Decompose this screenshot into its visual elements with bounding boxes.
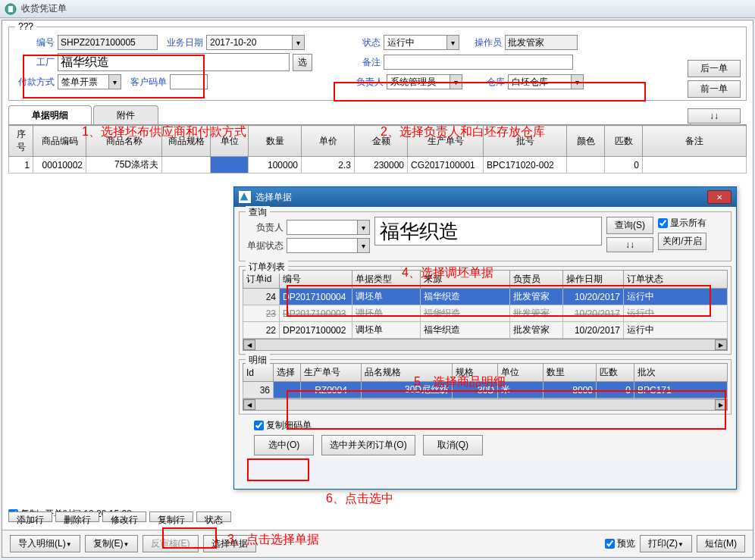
dlg-responsible-label: 负责人: [244, 221, 284, 234]
delrow-button[interactable]: 删除行: [55, 512, 99, 522]
query-legend: 查询: [246, 206, 270, 219]
svg-marker-2: [240, 192, 249, 201]
table-row[interactable]: 22 DP2017100002 调坯单 福华织造 批发管家 10/20/2017…: [243, 322, 728, 339]
dlg-cancel-button[interactable]: 取消(Q): [423, 435, 483, 455]
dlg-arrows-button[interactable]: ↓↓: [606, 237, 653, 252]
table-row[interactable]: 23 DP2017100003 调坯单 福华织造 批发管家 10/20/2017…: [243, 305, 728, 322]
col-dpi[interactable]: 匹数: [597, 364, 634, 382]
status-label: 状态: [341, 36, 381, 49]
operator-input: [505, 35, 578, 50]
detail-tabs: 单据明细 附件: [8, 105, 747, 125]
col-dprodno[interactable]: 生产单号: [301, 364, 362, 382]
dialog-title: 选择单据: [255, 191, 292, 204]
dialog-title-bar: 选择单据 ✕: [234, 187, 736, 207]
dlg-search-input[interactable]: [374, 217, 602, 246]
import-button[interactable]: 导入明细(L)▼: [10, 535, 80, 552]
nav-buttons-column: 后一单 前一单 ↓↓: [688, 60, 741, 124]
col-remark[interactable]: 备注: [643, 126, 747, 157]
col-price[interactable]: 单价: [302, 126, 355, 157]
col-seq[interactable]: 序号: [9, 126, 33, 157]
header-fieldset: ??? 编号 业务日期 2017-10-20 状态 运行中 操作员 工厂 选 备…: [8, 27, 747, 101]
customercode-input[interactable]: [170, 74, 208, 89]
detaillist-legend: 明细: [246, 354, 270, 367]
col-orderstatus[interactable]: 订单状态: [624, 271, 728, 289]
tab-detail[interactable]: 单据明细: [8, 105, 92, 124]
app-icon: [5, 3, 17, 15]
warehouse-label: 仓库: [465, 76, 505, 89]
dlg-query-button[interactable]: 查询(S): [606, 217, 653, 234]
sms-button[interactable]: 短信(M): [697, 535, 745, 552]
print-button[interactable]: 打印(Z)▼: [640, 535, 692, 552]
dialog-body: 查询 负责人 单据状态: [234, 207, 736, 460]
dlg-select-button[interactable]: 选中(O): [254, 435, 314, 455]
close-icon[interactable]: ✕: [707, 190, 732, 204]
col-dqty[interactable]: 数里: [544, 364, 597, 382]
header-legend: ???: [15, 21, 36, 32]
factory-label: 工厂: [15, 56, 55, 69]
col-orderresp[interactable]: 负责员: [510, 271, 563, 289]
addrow-button[interactable]: 添加行: [8, 512, 52, 522]
orderlist-scrollbar[interactable]: ◀▶: [243, 339, 728, 351]
annotation-3: 3、点击选择单据: [227, 532, 319, 548]
responsible-dropdown[interactable]: 系统管理员: [387, 74, 462, 89]
col-qty[interactable]: 数量: [249, 126, 302, 157]
review-button: 反审核(E): [143, 535, 199, 552]
customercode-label: 客户码单: [124, 76, 167, 89]
paymethod-dropdown[interactable]: 签单开票: [58, 74, 121, 89]
pick-factory-button[interactable]: 选: [293, 54, 312, 71]
bizdate-dropdown[interactable]: 2017-10-20: [206, 35, 305, 50]
annotation-6: 6、点击选中: [326, 491, 393, 507]
operator-label: 操作员: [462, 36, 502, 49]
col-dsel[interactable]: 选择: [274, 364, 301, 382]
responsible-label: 负责人: [344, 76, 384, 89]
dlg-select-close-button[interactable]: 选中并关闭订单(O): [321, 435, 415, 455]
window-title-bar: 收货凭证单: [0, 0, 755, 18]
copyrow-button[interactable]: 复制行: [149, 512, 193, 522]
col-pi[interactable]: 匹数: [605, 126, 643, 157]
svg-rect-1: [8, 6, 13, 12]
bizdate-label: 业务日期: [161, 36, 203, 49]
annotation-5: 5、选择商品明细: [414, 374, 506, 390]
col-opdate[interactable]: 操作日期: [563, 271, 624, 289]
serial-label: 编号: [15, 36, 55, 49]
paymethod-label: 付款方式: [15, 76, 55, 89]
prev-doc-button[interactable]: 前一单: [688, 80, 741, 98]
remark-input[interactable]: [384, 55, 573, 70]
tab-attach[interactable]: 附件: [93, 105, 158, 124]
orderlist-legend: 订单列表: [246, 261, 288, 274]
detaillist-scrollbar[interactable]: ◀▶: [243, 399, 728, 411]
window-title: 收货凭证单: [21, 2, 67, 15]
copy-button[interactable]: 复制(E)▼: [85, 535, 138, 552]
dialog-icon: [239, 191, 251, 203]
next-doc-button[interactable]: 后一单: [688, 60, 741, 77]
preview-checkbox[interactable]: 预览: [605, 537, 635, 550]
query-fieldset: 查询 负责人 单据状态: [239, 211, 732, 261]
dlg-status-dropdown[interactable]: [287, 238, 370, 253]
annotation-2: 2、选择负责人和白坯存放仓库: [381, 124, 545, 140]
factory-input[interactable]: [58, 53, 290, 71]
table-row[interactable]: 1 00010002 75D涤塔夫 100000 2.3 230000 CG20…: [9, 157, 747, 174]
col-code[interactable]: 商品编码: [33, 126, 86, 157]
status-dropdown[interactable]: 运行中: [384, 35, 459, 50]
close-toggle-button[interactable]: 关闭/开启: [658, 233, 706, 250]
remark-label: 备注: [341, 56, 381, 69]
status-button[interactable]: 状态: [196, 512, 231, 522]
col-dbatch[interactable]: 批次: [634, 364, 728, 382]
serial-input: [58, 35, 158, 50]
warehouse-dropdown[interactable]: 白坯仓库: [508, 74, 584, 89]
table-row[interactable]: 24 DP2017100004 调坯单 福华织造 批发管家 10/20/2017…: [243, 289, 728, 305]
arrows-button[interactable]: ↓↓: [688, 108, 741, 124]
showall-checkbox[interactable]: 显示所有: [658, 217, 706, 230]
dlg-responsible-dropdown[interactable]: [287, 220, 370, 235]
bottom-bar: 导入明细(L)▼ 复制(E)▼ 反审核(E) 选择单据 预览 打印(Z)▼ 短信…: [2, 530, 753, 557]
annotation-4: 4、选择调坯单据: [402, 265, 493, 281]
copy-detail-checkbox[interactable]: 复制细码单: [254, 419, 312, 432]
col-orderno[interactable]: 编号: [280, 271, 352, 289]
col-color[interactable]: 颜色: [567, 126, 605, 157]
editrow-button[interactable]: 修改行: [102, 512, 146, 522]
select-doc-dialog: 选择单据 ✕ 查询 负责人 单据状态: [233, 186, 737, 490]
dlg-status-label: 单据状态: [244, 239, 284, 252]
annotation-1: 1、选择坯布供应商和付款方式: [82, 124, 246, 140]
